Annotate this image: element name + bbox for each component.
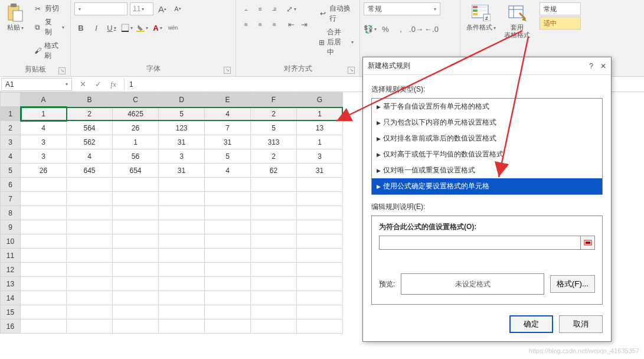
cell[interactable] — [251, 192, 297, 206]
ok-button[interactable]: 确定 — [509, 315, 553, 333]
merge-center-button[interactable]: ⊞合并后居中▾ — [316, 26, 356, 58]
cell[interactable] — [21, 220, 67, 234]
cell[interactable]: 645 — [67, 164, 113, 178]
insert-function-button[interactable]: fx — [106, 78, 120, 91]
row-header[interactable]: 5 — [1, 164, 21, 178]
cell[interactable] — [251, 263, 297, 277]
cell[interactable]: 3 — [159, 149, 205, 164]
column-header[interactable]: G — [297, 93, 343, 107]
cell[interactable] — [113, 319, 159, 334]
rule-type-item[interactable]: ▶基于各自值设置所有单元格的格式 — [372, 99, 602, 115]
cell[interactable] — [67, 220, 113, 234]
column-header[interactable]: F — [251, 93, 297, 107]
cell[interactable] — [21, 178, 67, 192]
fill-color-button[interactable]: ▾ — [136, 21, 149, 34]
cancel-entry-button[interactable]: ✕ — [76, 78, 90, 91]
cell[interactable]: 5 — [159, 107, 205, 121]
cell[interactable] — [251, 277, 297, 291]
cell[interactable] — [67, 234, 113, 249]
cell[interactable]: 26 — [21, 164, 67, 178]
dialog-titlebar[interactable]: 新建格式规则 ? ✕ — [363, 57, 611, 75]
table-format-button[interactable]: 套用 表格格式 — [502, 2, 532, 40]
phonetic-button[interactable]: wén — [166, 21, 179, 34]
cell[interactable] — [205, 277, 251, 291]
cell[interactable] — [297, 263, 343, 277]
cell[interactable] — [297, 305, 343, 319]
row-header[interactable]: 4 — [1, 149, 21, 164]
cell[interactable]: 56 — [113, 149, 159, 164]
cell[interactable]: 313 — [251, 135, 297, 149]
cell[interactable] — [159, 291, 205, 305]
cell[interactable] — [67, 178, 113, 192]
cell[interactable] — [205, 206, 251, 220]
cell[interactable] — [21, 192, 67, 206]
column-header[interactable]: A — [21, 93, 67, 107]
row-header[interactable]: 8 — [1, 206, 21, 220]
cell[interactable] — [67, 305, 113, 319]
cell[interactable]: 26 — [113, 121, 159, 135]
row-header[interactable]: 16 — [1, 319, 21, 334]
rule-type-item[interactable]: ▶只为包含以下内容的单元格设置格式 — [372, 115, 602, 130]
style-normal[interactable]: 常规 — [540, 2, 581, 15]
cell[interactable] — [205, 234, 251, 249]
font-launcher[interactable]: ↘ — [224, 67, 231, 74]
cell[interactable]: 1 — [21, 107, 67, 121]
cell[interactable]: 2 — [251, 107, 297, 121]
cell[interactable] — [113, 263, 159, 277]
cell[interactable]: 31 — [297, 164, 343, 178]
cell[interactable] — [67, 277, 113, 291]
cell[interactable] — [21, 291, 67, 305]
cell[interactable] — [67, 192, 113, 206]
help-button[interactable]: ? — [589, 62, 593, 70]
row-header[interactable]: 13 — [1, 277, 21, 291]
comma-button[interactable]: , — [394, 22, 407, 35]
rule-type-item[interactable]: ▶使用公式确定要设置格式的单元格 — [372, 178, 602, 194]
cell[interactable] — [297, 220, 343, 234]
cell[interactable] — [67, 263, 113, 277]
align-right[interactable]: ≡ — [268, 18, 281, 31]
cell[interactable] — [251, 206, 297, 220]
wrap-text-button[interactable]: ↩自动换行 — [316, 2, 356, 25]
cell[interactable]: 31 — [159, 135, 205, 149]
cell[interactable] — [297, 206, 343, 220]
cell[interactable] — [205, 178, 251, 192]
cell[interactable]: 2 — [67, 107, 113, 121]
cancel-button[interactable]: 取消 — [559, 315, 603, 333]
alignment-launcher[interactable]: ↘ — [348, 67, 355, 74]
indent-increase[interactable]: ⇥ — [298, 18, 310, 31]
cell[interactable] — [113, 206, 159, 220]
cell[interactable]: 1 — [297, 107, 343, 121]
font-color-button[interactable]: A▾ — [151, 21, 164, 34]
copy-button[interactable]: ⧉复制▾ — [31, 16, 67, 38]
cell[interactable] — [21, 305, 67, 319]
cell[interactable] — [297, 291, 343, 305]
cell[interactable] — [113, 234, 159, 249]
cell[interactable] — [251, 291, 297, 305]
border-button[interactable]: ▾ — [120, 21, 133, 34]
indent-decrease[interactable]: ⇤ — [285, 18, 298, 31]
align-bottom[interactable]: ⫡ — [268, 2, 281, 15]
cell[interactable] — [113, 249, 159, 263]
cell[interactable] — [251, 319, 297, 334]
column-header[interactable]: D — [159, 93, 205, 107]
align-middle[interactable]: ≡ — [254, 2, 267, 15]
rule-type-item[interactable]: ▶仅对唯一值或重复值设置格式 — [372, 162, 602, 178]
cut-button[interactable]: ✂剪切 — [31, 2, 67, 15]
row-header[interactable]: 15 — [1, 305, 21, 319]
cell[interactable]: 564 — [67, 121, 113, 135]
cell[interactable] — [205, 305, 251, 319]
cell[interactable] — [21, 249, 67, 263]
underline-button[interactable]: U▾ — [105, 21, 118, 34]
cell[interactable] — [159, 319, 205, 334]
cell[interactable]: 4 — [205, 107, 251, 121]
currency-button[interactable]: 💱▾ — [364, 22, 377, 35]
cell[interactable] — [67, 291, 113, 305]
cell[interactable]: 4 — [67, 149, 113, 164]
cell[interactable] — [113, 305, 159, 319]
cell[interactable]: 4 — [21, 121, 67, 135]
cell[interactable] — [21, 319, 67, 334]
cell[interactable]: 1 — [113, 135, 159, 149]
cell[interactable] — [113, 220, 159, 234]
paste-button[interactable]: 粘贴▾ — [4, 2, 27, 33]
cell[interactable] — [67, 206, 113, 220]
